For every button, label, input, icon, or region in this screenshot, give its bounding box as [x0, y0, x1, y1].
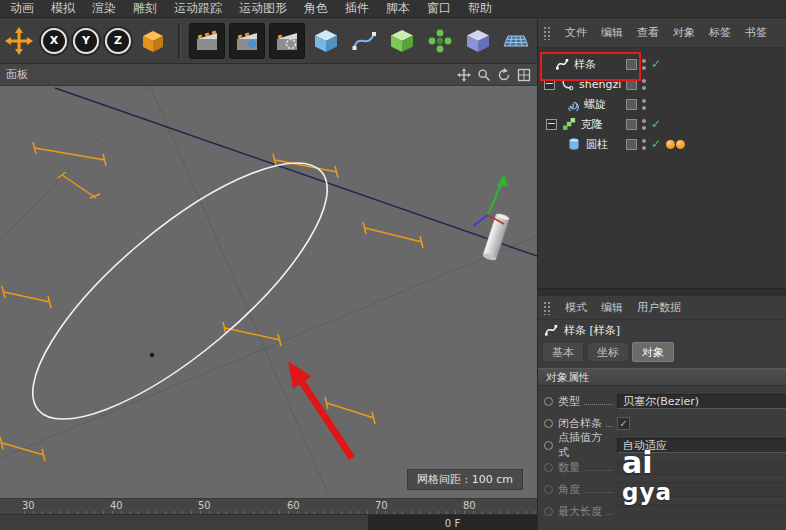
type-dropdown[interactable]: 贝塞尔(Bezier): [617, 394, 786, 409]
ruler-tick-label: 50: [198, 500, 211, 511]
object-manager-menu: 文件 编辑 查看 对象 标签 书签: [538, 18, 786, 48]
object-label: 克隆: [581, 117, 603, 132]
grid-spacing-label: 网格间距 : 100 cm: [407, 469, 523, 490]
annotation-arrow: [288, 361, 355, 460]
spline-pen-button[interactable]: [347, 24, 381, 58]
menu-plugins[interactable]: 插件: [345, 0, 369, 17]
om-menu-edit[interactable]: 编辑: [601, 25, 623, 40]
menu-script[interactable]: 脚本: [386, 0, 410, 17]
render-view-button[interactable]: [189, 23, 225, 59]
menubar: 动画 模拟 渲染 雕刻 运动跟踪 运动图形 角色 插件 脚本 窗口 帮助: [0, 0, 786, 18]
cloner-flower-icon: [427, 28, 453, 54]
visibility-dots-icon[interactable]: [642, 139, 646, 150]
tab-coordinates[interactable]: 坐标: [587, 342, 629, 362]
menu-animation[interactable]: 动画: [10, 0, 34, 17]
menu-character[interactable]: 角色: [304, 0, 328, 17]
menu-render[interactable]: 渲染: [92, 0, 116, 17]
menu-mograph[interactable]: 运动图形: [239, 0, 287, 17]
axis-z-button[interactable]: Z: [105, 28, 131, 54]
floor-plane-button[interactable]: [499, 24, 533, 58]
param-label: 闭合样条: [558, 416, 602, 431]
keyframe-circle-icon[interactable]: [544, 419, 553, 428]
am-menu-mode[interactable]: 模式: [565, 300, 587, 315]
deformer-button[interactable]: [461, 24, 495, 58]
visibility-dots-icon[interactable]: [642, 99, 646, 110]
attribute-tabs: 基本 坐标 对象: [542, 342, 674, 362]
c4d-window: 动画 模拟 渲染 雕刻 运动跟踪 运动图形 角色 插件 脚本 窗口 帮助 X Y…: [0, 0, 786, 530]
zoom-view-icon[interactable]: [477, 68, 491, 82]
panel-grip-icon[interactable]: [543, 301, 551, 315]
green-cube-icon: [389, 28, 415, 54]
ruler-tick-label: 80: [463, 500, 476, 511]
close-spline-checkbox[interactable]: ✓: [617, 417, 630, 430]
param-label: 最大长度: [558, 504, 602, 519]
om-menu-file[interactable]: 文件: [565, 25, 587, 40]
coordinate-system-button[interactable]: [136, 24, 170, 58]
dot-leader: [584, 403, 613, 405]
menu-simulate[interactable]: 模拟: [51, 0, 75, 17]
move-tool-button[interactable]: [2, 24, 36, 58]
om-menu-bookmarks[interactable]: 书签: [745, 25, 767, 40]
om-menu-tags[interactable]: 标签: [709, 25, 731, 40]
menu-window[interactable]: 窗口: [427, 0, 451, 17]
param-label: 类型: [558, 394, 580, 409]
menu-motion-tracking[interactable]: 运动跟踪: [174, 0, 222, 17]
render-picture-viewer-button[interactable]: [229, 23, 265, 59]
tab-basic[interactable]: 基本: [542, 342, 584, 362]
visibility-dots-icon[interactable]: [642, 119, 646, 130]
am-menu-edit[interactable]: 编辑: [601, 300, 623, 315]
viewport-canvas[interactable]: 网格间距 : 100 cm: [0, 86, 537, 498]
toolbar-separator: [178, 23, 181, 59]
watermark-line1: ai: [622, 448, 672, 478]
subdivision-surface-button[interactable]: [385, 24, 419, 58]
ruler-tick-label: 40: [110, 500, 123, 511]
object-label: 圆柱: [586, 137, 608, 152]
dot-leader: [606, 425, 613, 427]
purple-cube-icon: [465, 28, 491, 54]
section-title: 对象属性: [546, 370, 590, 385]
keyframe-circle-icon[interactable]: [544, 397, 553, 406]
collapse-expander-icon[interactable]: [546, 119, 557, 130]
axis-y-button[interactable]: Y: [73, 28, 99, 54]
layer-chip[interactable]: [626, 119, 637, 130]
object-row-helix[interactable]: 螺旋: [538, 94, 786, 114]
watermark: ai gya: [622, 448, 672, 504]
rotate-view-icon[interactable]: [497, 68, 511, 82]
panel-grip-icon[interactable]: [543, 26, 551, 40]
object-tree: 样条 ✓ shengzi: [538, 48, 786, 288]
menu-sculpt[interactable]: 雕刻: [133, 0, 157, 17]
enabled-check-icon[interactable]: ✓: [651, 118, 661, 130]
om-menu-objects[interactable]: 对象: [673, 25, 695, 40]
layer-chip[interactable]: [626, 139, 637, 150]
enabled-check-icon[interactable]: ✓: [651, 138, 661, 150]
visibility-dots-icon[interactable]: [642, 59, 646, 70]
primitive-cube-button[interactable]: [309, 24, 343, 58]
om-menu-view[interactable]: 查看: [637, 25, 659, 40]
visibility-dots-icon[interactable]: [642, 79, 646, 90]
object-row-cylinder[interactable]: 圆柱 ✓: [538, 134, 786, 154]
render-picture-viewer-icon: [235, 29, 259, 53]
keyframe-circle-icon[interactable]: [544, 441, 553, 450]
axis-x-button[interactable]: X: [41, 28, 67, 54]
render-settings-button[interactable]: [269, 23, 305, 59]
attribute-title-text: 样条 [样条]: [564, 323, 620, 338]
dot-leader: [584, 491, 613, 493]
enabled-check-icon[interactable]: ✓: [651, 58, 661, 70]
material-tag-icon[interactable]: [666, 140, 675, 149]
ruler-tick-label: 30: [22, 500, 35, 511]
tab-object[interactable]: 对象: [632, 342, 674, 362]
current-frame-field[interactable]: 0 F: [368, 515, 537, 530]
frame-bar: 0 F: [0, 514, 537, 530]
object-row-cloner[interactable]: 克隆 ✓: [538, 114, 786, 134]
object-toggles: [626, 94, 646, 114]
timeline-ruler[interactable]: 30 40 50 60 70 80: [0, 498, 537, 515]
pan-view-icon[interactable]: [457, 68, 471, 82]
am-menu-userdata[interactable]: 用户数据: [637, 300, 681, 315]
material-tag-icon[interactable]: [676, 140, 685, 149]
toggle-views-icon[interactable]: [517, 68, 531, 82]
menu-help[interactable]: 帮助: [468, 0, 492, 17]
mograph-cloner-button[interactable]: [423, 24, 457, 58]
watermark-line2: gya: [622, 481, 672, 504]
layer-chip[interactable]: [626, 99, 637, 110]
spline-point: [150, 353, 154, 357]
